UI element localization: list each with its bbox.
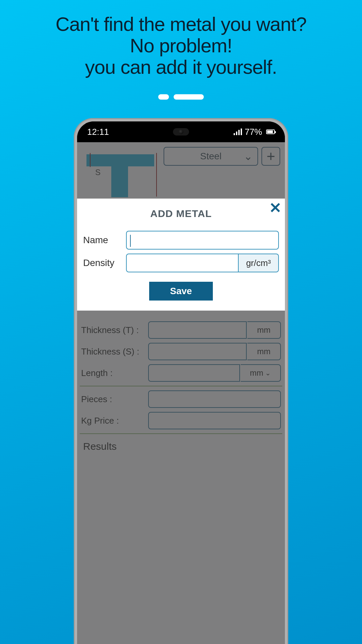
density-input[interactable] [126,254,239,272]
signal-icon [234,128,242,135]
phone-mock: 12:11 77% S [74,118,288,644]
density-label: Density [83,258,120,268]
add-metal-dialog: ✕ ADD METAL Name Density gr/cm³ Sa [77,199,285,311]
pager-dot-2[interactable] [174,94,204,100]
promo-line-1: Can't find the metal you want? [0,13,362,35]
save-button[interactable]: Save [149,282,213,301]
promo-line-3: you can add it yourself. [0,56,362,78]
name-label: Name [83,235,120,246]
close-icon: ✕ [269,200,282,216]
battery-icon [266,129,275,134]
camera-notch-icon [173,128,189,136]
status-battery: 77% [245,127,262,137]
status-bar: 12:11 77% [77,121,285,142]
status-time: 12:11 [87,127,109,137]
promo-line-2: No problem! [0,35,362,56]
app-screen: S Steel ⌄ + Thickness (T) : mm [77,142,285,644]
pager-dots [0,94,362,100]
name-input[interactable] [126,231,279,250]
pager-dot-1[interactable] [158,94,169,100]
close-button[interactable]: ✕ [269,201,282,215]
dialog-title: ADD METAL [82,208,280,219]
density-unit: gr/cm³ [239,254,279,272]
promo-headline: Can't find the metal you want? No proble… [0,0,362,77]
